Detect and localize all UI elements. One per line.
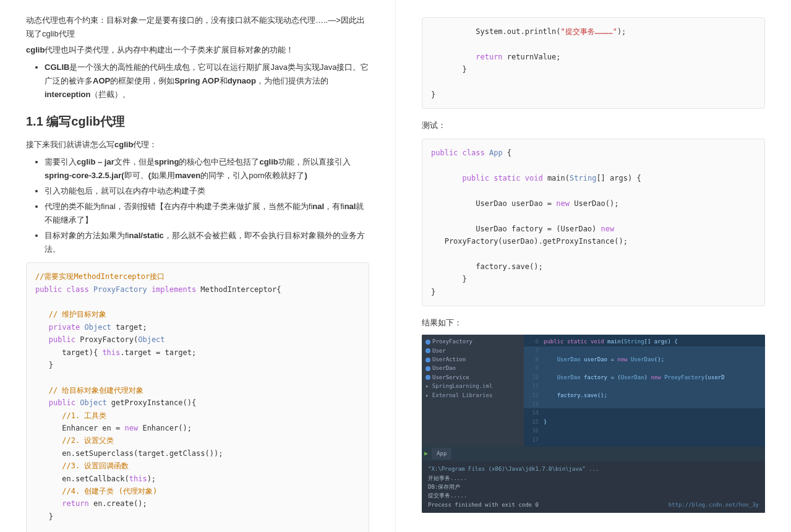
code-block-continuation: System.out.println("提交事务…………"); return r… [422, 17, 765, 109]
console-line: 提交事务..... [428, 491, 759, 500]
ide-bottom-panel: ▶ App "X:\Program Files (x86)\Java\jdk1.… [422, 447, 765, 513]
editor-line: 16 [524, 426, 765, 435]
editor-line: 10 UserDao factory = (UserDao) new Proxy… [524, 373, 765, 382]
section-heading: 1.1 编写cglib代理 [26, 111, 369, 132]
editor-line: 6public static void main(String[] args) … [524, 337, 765, 346]
editor-line: 14 [524, 408, 765, 417]
console-line: Process finished with exit code 0http://… [428, 500, 759, 509]
page-container: 动态代理也有个约束：目标对象一定是要有接口的，没有接口就不能实现动态代理…..—… [0, 0, 791, 532]
code-block-app: public class App { public static void ma… [422, 139, 765, 306]
editor-line: 8 UserDao userDao = new UserDao(); [524, 355, 765, 364]
tree-item: User [425, 346, 520, 355]
paragraph: 接下来我们就讲讲怎么写cglib代理： [26, 138, 369, 152]
ide-run-tab: App [432, 448, 451, 460]
tree-item: UserService [425, 373, 520, 382]
ide-console: "X:\Program Files (x86)\Java\jdk1.7.0\bi… [422, 461, 765, 513]
instruction-list: 需要引入cglib – jar文件，但是spring的核心包中已经包括了cgli… [26, 155, 369, 257]
ide-project-tree: ProxyFactoryUserUserActionUserDaoUserSer… [422, 335, 524, 447]
intro-paragraph-2: cglib代理也叫子类代理，从内存中构建出一个子类来扩展目标对象的功能！ [26, 43, 369, 57]
tree-item: ▸ External Libraries [425, 391, 520, 400]
intro-paragraph-1: 动态代理也有个约束：目标对象一定是要有接口的，没有接口就不能实现动态代理…..—… [26, 14, 369, 41]
ide-screenshot: ProxyFactoryUserUserActionUserDaoUserSer… [422, 335, 765, 513]
editor-line: 17 [524, 435, 765, 444]
editor-line: 15} [524, 418, 765, 426]
console-line: "X:\Program Files (x86)\Java\jdk1.7.0\bi… [428, 465, 759, 473]
feature-list-1: CGLIB是一个强大的高性能的代码生成包，它可以在运行期扩展Java类与实现Ja… [26, 61, 369, 101]
editor-line: 9 [524, 364, 765, 372]
console-line: 开始事务..... [428, 474, 759, 483]
editor-line: 12 factory.save(); [524, 391, 765, 400]
editor-line: 11 [524, 382, 765, 390]
list-item: 目标对象的方法如果为final/static，那么就不会被拦截，即不会执行目标对… [45, 229, 369, 256]
tree-item: UserDao [425, 364, 520, 372]
result-label: 结果如下： [422, 316, 765, 330]
editor-line: 13 [524, 400, 765, 408]
tree-item: ProxyFactory [425, 337, 520, 346]
test-label: 测试： [422, 119, 765, 132]
editor-line: 7 [524, 346, 765, 355]
right-column: System.out.println("提交事务…………"); return r… [396, 0, 791, 532]
list-item: 需要引入cglib – jar文件，但是spring的核心包中已经包括了cgli… [45, 155, 369, 182]
code-block-proxyfactory: //需要实现MethodInterceptor接口 public class P… [26, 262, 369, 532]
ide-top: ProxyFactoryUserUserActionUserDaoUserSer… [422, 335, 765, 447]
list-item: 代理的类不能为final，否则报错【在内存中构建子类来做扩展，当然不能为fina… [45, 200, 369, 227]
tree-item: UserAction [425, 355, 520, 364]
console-line: DB:保存用户 [428, 483, 759, 491]
list-item: CGLIB是一个强大的高性能的代码生成包，它可以在运行期扩展Java类与实现Ja… [45, 61, 369, 101]
run-icon: ▶ [424, 450, 428, 457]
left-column: 动态代理也有个约束：目标对象一定是要有接口的，没有接口就不能实现动态代理…..—… [0, 0, 396, 532]
ide-editor: 6public static void main(String[] args) … [524, 335, 765, 447]
list-item: 引入功能包后，就可以在内存中动态构建子类 [45, 184, 369, 198]
tree-item: ▸ SpringLearning.iml [425, 382, 520, 390]
